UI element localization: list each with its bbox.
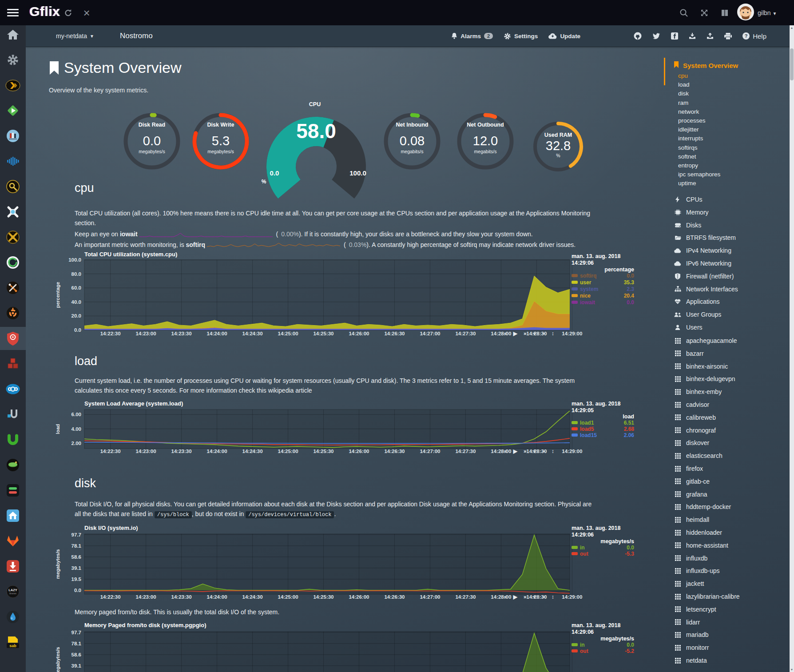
avatar[interactable] [737, 4, 754, 22]
zoom-in-button[interactable]: + [533, 330, 536, 337]
grafana-app-icon[interactable] [0, 302, 26, 325]
resize-handle[interactable]: ↕ [552, 448, 554, 454]
menu-item-user-groups[interactable]: User Groups [674, 311, 721, 318]
pan-forward-button[interactable]: » [524, 448, 527, 454]
menu-app-jackett[interactable]: jackett [674, 580, 704, 587]
menu-sub-softnet[interactable]: softnet [678, 153, 696, 162]
menu-app-elasticsearch[interactable]: elasticsearch [674, 452, 723, 459]
close-icon[interactable]: × [81, 8, 92, 18]
gitlab-app-icon[interactable] [0, 529, 26, 553]
pihole-app-icon[interactable] [0, 453, 26, 477]
refresh-icon[interactable] [63, 8, 74, 18]
nextcloud-app-icon[interactable] [0, 378, 26, 401]
legend-load1[interactable]: load16.51 [572, 420, 634, 426]
chart-system.load[interactable]: 14:22:3014:23:0014:23:3014:24:0014:24:30… [53, 399, 636, 463]
menu-app-binhex-emby[interactable]: binhex-emby [674, 388, 722, 395]
export-snapshot-icon[interactable] [707, 33, 714, 40]
chart-system.cpu[interactable]: 14:22:3014:23:0014:23:3014:24:0014:24:30… [53, 251, 636, 344]
menu-sub-cpu[interactable]: cpu [678, 72, 688, 81]
play-button[interactable]: ▶ [513, 594, 517, 600]
menu-app-cadvisor[interactable]: cadvisor [674, 401, 709, 408]
sabnzbd-app-icon[interactable]: sab [0, 631, 26, 654]
menu-item-disks[interactable]: Disks [674, 222, 701, 229]
play-button[interactable]: ▶ [513, 448, 517, 454]
menu-item-firewall-netfilter-[interactable]: Firewall (netfilter) [674, 273, 734, 280]
menu-app-diskover[interactable]: diskover [674, 439, 709, 446]
settings-icon[interactable] [0, 48, 26, 72]
menu-sub-network[interactable]: network [678, 108, 699, 117]
legend-in[interactable]: in0.0 [572, 642, 634, 648]
monitorr-app-icon[interactable] [0, 479, 26, 502]
scroll-up-arrow[interactable]: ▲ [790, 26, 794, 29]
menu-app-influxdb-ups[interactable]: influxdb-ups [674, 567, 720, 574]
menu-item-ipv6-networking[interactable]: IPv6 Networking [674, 260, 731, 267]
gauge-net-inbound[interactable]: Net Inbound0.08megabits/s [386, 115, 438, 167]
menu-app-apacheguacamole[interactable]: apacheguacamole [674, 337, 737, 344]
menu-app-binhex-delugevpn[interactable]: binhex-delugevpn [674, 375, 735, 382]
hostname-label[interactable]: Nostromo [120, 32, 153, 40]
untangle-app-icon[interactable] [0, 428, 26, 451]
import-snapshot-icon[interactable] [689, 33, 696, 40]
menu-item-cpus[interactable]: CPUs [674, 196, 703, 203]
pan-backward-button[interactable]: « [504, 330, 507, 337]
menu-app-letsencrypt[interactable]: letsencrypt [674, 606, 716, 613]
menu-sub-ipc-semaphores[interactable]: ipc semaphores [678, 171, 720, 180]
chart-system.pgpgio[interactable]: 14:22:3014:23:0014:23:3014:24:0014:24:30… [53, 621, 636, 672]
scroll-thumb[interactable] [790, 48, 794, 80]
gauge-cpu[interactable]: CPU58.00.0100.0% [262, 101, 366, 199]
help-button[interactable]: ? Help [742, 32, 766, 40]
zoom-in-button[interactable]: + [533, 594, 536, 600]
menu-item-btrfs-filesystem[interactable]: BTRFS filesystem [674, 234, 736, 241]
menu-sub-processes[interactable]: processes [678, 117, 706, 126]
menu-app-grafana[interactable]: grafana [674, 491, 707, 498]
facebook-icon[interactable] [671, 32, 678, 40]
heimdall-app-icon[interactable] [0, 504, 26, 527]
menu-sub-load[interactable]: load [678, 81, 690, 90]
unifi-app-icon[interactable] [0, 403, 26, 426]
scrollbar[interactable]: ▲ ▼ [790, 25, 794, 672]
deluge-app-icon[interactable] [0, 605, 26, 628]
menu-app-firefox[interactable]: firefox [674, 465, 703, 472]
home-icon[interactable] [0, 23, 26, 46]
menu-app-heimdall[interactable]: heimdall [674, 516, 709, 523]
wikipedia-link[interactable]: wikipedia article [268, 387, 312, 394]
menu-app-home-assistant[interactable]: home-assistant [674, 542, 728, 549]
menu-app-hddtemp-docker[interactable]: hddtemp-docker [674, 503, 731, 510]
menu-sub-uptime[interactable]: uptime [678, 180, 696, 189]
alarms-button[interactable]: Alarms2 [451, 33, 493, 40]
menu-item-applications[interactable]: Applications [674, 298, 720, 305]
lazylibrarian-app-icon[interactable]: LAZYlibrarian [0, 580, 26, 603]
plex-app-icon[interactable] [0, 74, 26, 97]
pan-backward-button[interactable]: « [504, 448, 507, 454]
changelog-book-icon[interactable] [719, 8, 730, 18]
menu-sub-interrupts[interactable]: interrupts [678, 135, 703, 144]
legend-out[interactable]: out-5.2 [572, 648, 634, 654]
pan-forward-button[interactable]: » [524, 594, 527, 600]
menu-app-binhex-airsonic[interactable]: binhex-airsonic [674, 363, 728, 370]
menu-item-network-interfaces[interactable]: Network Interfaces [674, 286, 738, 293]
github-icon[interactable] [634, 32, 642, 40]
legend-load15[interactable]: load152.06 [572, 432, 634, 438]
app-x-blue-app-icon[interactable] [0, 200, 26, 223]
menu-sub-entropy[interactable]: entropy [678, 162, 698, 171]
resize-handle[interactable]: ↕ [552, 330, 554, 337]
hamburger-menu-icon[interactable] [7, 9, 19, 16]
menu-sub-ram[interactable]: ram [678, 99, 688, 108]
settings-button[interactable]: Settings [504, 32, 538, 40]
bazarr-app-icon[interactable] [0, 352, 26, 375]
menu-sub-idlejitter[interactable]: idlejitter [678, 126, 699, 135]
play-button[interactable]: ▶ [513, 330, 517, 337]
netdata-app-icon[interactable] [0, 327, 26, 350]
menu-app-calibreweb[interactable]: calibreweb [674, 414, 716, 421]
jackett-app-icon[interactable] [0, 175, 26, 198]
menu-app-mariadb[interactable]: mariadb [674, 631, 709, 638]
zoom-out-button[interactable]: − [542, 448, 545, 454]
twitter-icon[interactable] [652, 33, 660, 40]
print-icon[interactable] [724, 33, 732, 40]
update-button[interactable]: Update [548, 33, 580, 40]
search-icon[interactable] [679, 8, 689, 18]
gauge-disk-write[interactable]: Disk Write5.3megabytes/s [195, 115, 247, 167]
menu-app-hiddenloader[interactable]: hiddenloader [674, 529, 722, 536]
pan-forward-button[interactable]: » [524, 330, 527, 337]
fullscreen-icon[interactable] [699, 8, 710, 18]
